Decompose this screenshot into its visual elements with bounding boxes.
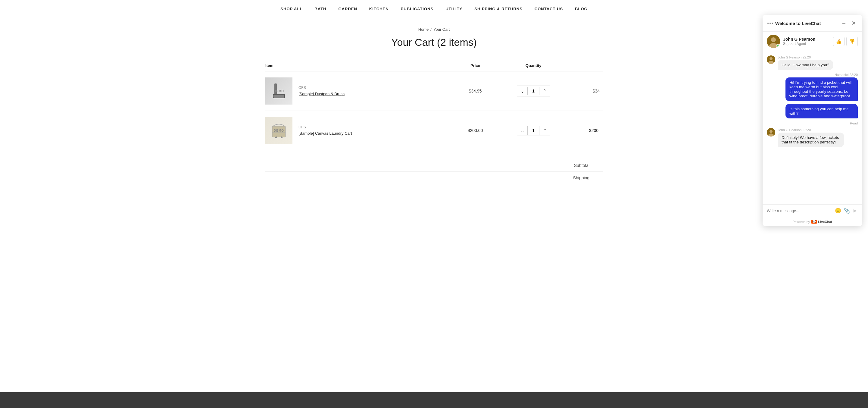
widget-title: Welcome to LiveChat — [775, 21, 821, 26]
qty-value-1: 1 — [527, 87, 539, 95]
item-name-2[interactable]: [Sample] Canvas Laundry Cart — [299, 131, 352, 136]
product-image-basket: DEMO — [265, 117, 292, 144]
product-image-dustpan: DEMO — [265, 78, 292, 105]
page-title: Your Cart (2 items) — [265, 36, 603, 48]
svg-rect-6 — [281, 137, 282, 138]
item-total-2: $200. — [574, 111, 603, 150]
svg-rect-5 — [275, 137, 277, 138]
qty-decrease-1[interactable]: ⌄ — [517, 86, 527, 96]
shipping-label: Shipping: — [560, 175, 591, 180]
col-total — [574, 60, 603, 71]
breadcrumb-current: Your Cart — [433, 27, 450, 32]
dot-1 — [767, 23, 769, 24]
agent-role: Support Agent — [783, 41, 815, 46]
demo-label: DEMO — [274, 129, 284, 132]
agent-msg-meta-2: John G Pearson 22:20 — [778, 128, 844, 132]
widget-header: Welcome to LiveChat – ✕ — [763, 15, 862, 32]
agent-message-content-2: John G Pearson 22:20 Definitely! We have… — [778, 128, 844, 147]
agent-msg-meta-1: John G Pearson 22:20 — [778, 55, 833, 59]
demo-label: DEMO — [274, 89, 284, 93]
user-msg-meta-1: Nathaniel 22:20 — [835, 73, 858, 77]
table-row: DEMO OFS [Sample] Dustpan & Brush — [265, 71, 603, 111]
item-qty-cell-1: ⌄ 1 ⌃ — [496, 71, 574, 111]
breadcrumb: Home / Your Cart — [265, 27, 603, 32]
item-cell-1: DEMO OFS [Sample] Dustpan & Brush — [265, 71, 457, 111]
user-msg-bubble-2: Is this something you can help me with? — [785, 104, 858, 118]
qty-decrease-2[interactable]: ⌄ — [517, 125, 527, 136]
agent-msg-bubble-1: Hello. How may I help you? — [778, 60, 833, 70]
widget-header-actions: – ✕ — [841, 19, 857, 27]
thumbs-down-button[interactable]: 👎 — [846, 37, 858, 46]
nav-contact-us[interactable]: CONTACT US — [535, 7, 563, 11]
item-brand-1: OFS — [299, 86, 345, 90]
nav-publications[interactable]: PUBLICATIONS — [401, 7, 434, 11]
nav-blog[interactable]: BLOG — [575, 7, 588, 11]
qty-increase-2[interactable]: ⌃ — [539, 125, 550, 136]
thumbs-up-button[interactable]: 👍 — [833, 37, 844, 46]
agent-info: John G Pearson Support Agent — [767, 35, 815, 48]
nav-kitchen[interactable]: KITCHEN — [369, 7, 389, 11]
user-message-row-2: Is this something you can help me with? — [767, 104, 858, 118]
nav-bath[interactable]: BATH — [314, 7, 326, 11]
nav-utility[interactable]: UTILITY — [445, 7, 462, 11]
dot-2 — [770, 23, 771, 24]
widget-minimize-button[interactable]: – — [841, 20, 847, 27]
item-details-2: OFS [Sample] Canvas Laundry Cart — [299, 125, 352, 136]
dot-3 — [772, 23, 773, 24]
agent-name: John G Pearson — [783, 37, 815, 41]
breadcrumb-separator: / — [430, 27, 432, 32]
qty-control-2: ⌄ 1 ⌃ — [517, 125, 550, 136]
user-msg-bubble-1: Hi! I'm trying to find a jacket that wil… — [785, 78, 858, 101]
online-status-dot — [776, 44, 779, 47]
agent-msg-avatar-svg — [767, 55, 775, 64]
item-total-1: $34 — [574, 71, 603, 111]
livechat-widget: Welcome to LiveChat – ✕ John G Pearson S… — [763, 15, 862, 202]
nav-shop-all[interactable]: SHOP ALL — [280, 7, 302, 11]
main-content: Home / Your Cart Your Cart (2 items) Ite… — [253, 18, 615, 202]
qty-control-1: ⌄ 1 ⌃ — [517, 86, 550, 96]
user-message-row-1: Nathaniel 22:20 Hi! I'm trying to find a… — [767, 73, 858, 101]
summary-subtotal-row: Subtotal: — [265, 159, 603, 172]
item-name-1[interactable]: [Sample] Dustpan & Brush — [299, 92, 345, 96]
agent-message-row-1: John G Pearson 22:20 Hello. How may I he… — [767, 55, 858, 70]
agent-msg-avatar-2 — [767, 128, 775, 137]
svg-point-14 — [770, 130, 773, 133]
agent-bar: John G Pearson Support Agent 👍 👎 — [763, 32, 862, 51]
svg-point-8 — [771, 37, 776, 42]
svg-point-11 — [770, 57, 773, 60]
item-price-1: $34.95 — [457, 71, 496, 111]
breadcrumb-home[interactable]: Home — [418, 27, 429, 32]
widget-close-button[interactable]: ✕ — [850, 19, 857, 27]
widget-header-left: Welcome to LiveChat — [767, 21, 821, 26]
qty-value-2: 1 — [527, 126, 539, 135]
agent-avatar — [767, 35, 780, 48]
chat-messages: John G Pearson 22:20 Hello. How may I he… — [763, 51, 862, 202]
qty-increase-1[interactable]: ⌃ — [539, 86, 550, 96]
item-price-2: $200.00 — [457, 111, 496, 150]
col-quantity: Quantity — [496, 60, 574, 71]
agent-message-row-2: John G Pearson 22:20 Definitely! We have… — [767, 128, 858, 147]
cart-summary: Subtotal: Shipping: — [265, 159, 603, 184]
table-row: DEMO OFS [Sample] Canvas Laundr — [265, 111, 603, 150]
summary-shipping-row: Shipping: — [265, 172, 603, 184]
agent-msg-avatar-1 — [767, 55, 775, 64]
navigation: SHOP ALL BATH GARDEN KITCHEN PUBLICATION… — [0, 0, 868, 18]
item-cell-2: DEMO OFS [Sample] Canvas Laundr — [265, 111, 457, 150]
nav-garden[interactable]: GARDEN — [338, 7, 357, 11]
svg-rect-2 — [274, 95, 284, 98]
agent-message-content-1: John G Pearson 22:20 Hello. How may I he… — [778, 55, 833, 70]
item-details-1: OFS [Sample] Dustpan & Brush — [299, 86, 345, 96]
agent-msg-avatar-svg-2 — [767, 128, 775, 137]
subtotal-label: Subtotal: — [560, 163, 591, 168]
nav-shipping-returns[interactable]: SHIPPING & RETURNS — [474, 7, 523, 11]
cart-table: Item Price Quantity DEMO — [265, 60, 603, 150]
msg-read-label: Read — [767, 121, 858, 125]
col-price: Price — [457, 60, 496, 71]
item-brand-2: OFS — [299, 125, 352, 129]
widget-menu-dots[interactable] — [767, 23, 773, 24]
agent-feedback: 👍 👎 — [833, 37, 858, 46]
agent-text: John G Pearson Support Agent — [783, 37, 815, 46]
agent-msg-bubble-2: Definitely! We have a few jackets that f… — [778, 133, 844, 147]
col-item: Item — [265, 60, 457, 71]
item-qty-cell-2: ⌄ 1 ⌃ — [496, 111, 574, 150]
